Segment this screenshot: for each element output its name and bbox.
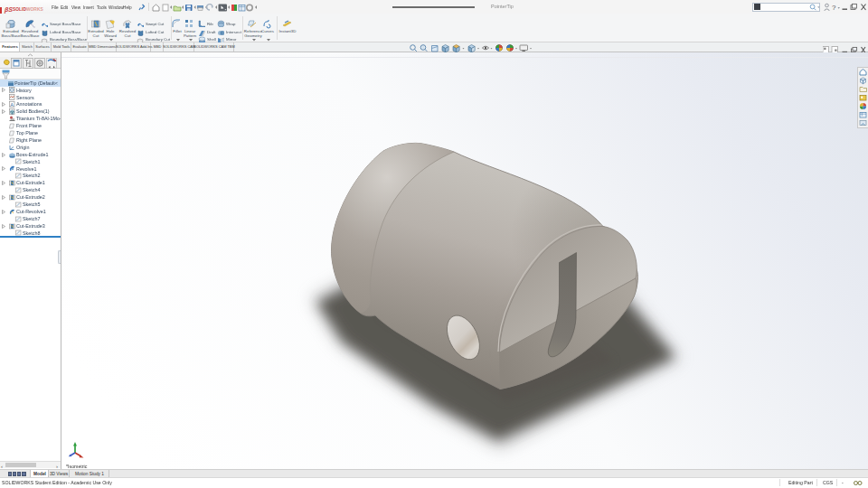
svg-text:?: ? [832, 4, 836, 12]
svg-text:A: A [10, 102, 14, 108]
svg-text:βS: βS [4, 6, 13, 14]
svg-text:SOLIDWORKS: SOLIDWORKS [13, 7, 43, 12]
